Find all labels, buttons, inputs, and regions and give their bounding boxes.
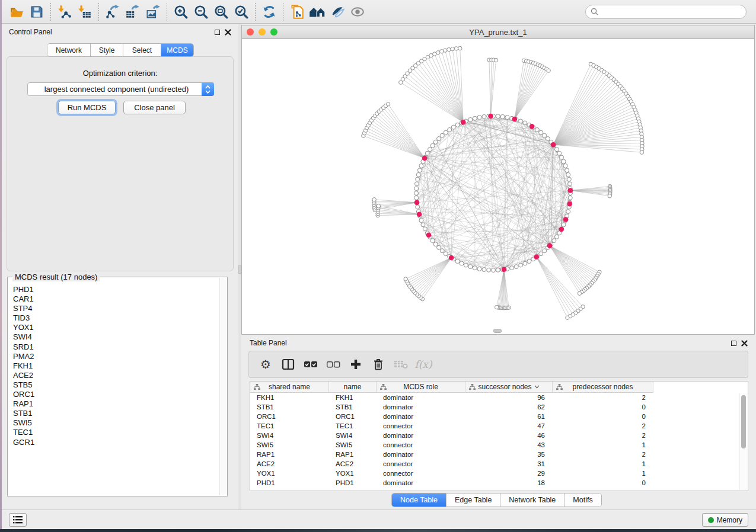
run-mcds-button[interactable]: Run MCDS <box>58 101 116 114</box>
mcds-list-scrollbar[interactable] <box>219 278 227 495</box>
show-graphics-details-button[interactable] <box>347 2 368 22</box>
network-view-window: YPA_prune.txt_1 <box>241 25 755 335</box>
hide-graphics-icon <box>330 4 345 20</box>
mcds-result-item[interactable]: PHD1 <box>13 285 219 294</box>
table-cell: 47 <box>465 422 553 430</box>
table-cell: 0 <box>553 403 653 411</box>
table-toolbar: ⚙ <box>248 351 748 378</box>
mcds-result-item[interactable]: TID3 <box>13 313 219 323</box>
select-all-button[interactable] <box>301 354 320 374</box>
column-header-shared-name[interactable]: shared name <box>250 382 329 393</box>
tab-motifs[interactable]: Motifs <box>564 493 601 507</box>
mcds-result-item[interactable]: ACE2 <box>13 371 219 380</box>
table-row[interactable]: TEC1TEC1connector472 <box>250 421 739 431</box>
open-folder-icon <box>9 4 24 20</box>
column-header-name[interactable]: name <box>329 382 377 393</box>
network-canvas[interactable] <box>242 39 754 334</box>
table-row[interactable]: YOX1YOX1connector291 <box>250 469 739 478</box>
houses-icon <box>308 4 326 20</box>
table-settings-button[interactable]: ⚙ <box>256 354 275 374</box>
mcds-result-item[interactable]: FKH1 <box>13 361 219 371</box>
zoom-selected-button[interactable] <box>231 2 251 22</box>
tab-network-table[interactable]: Network Table <box>500 493 564 507</box>
table-row[interactable]: SWI5SWI5connector431 <box>250 440 739 450</box>
split-panel-button[interactable] <box>279 354 298 374</box>
search-box[interactable] <box>585 5 747 19</box>
apply-layout-button[interactable] <box>259 2 279 22</box>
zoom-out-button[interactable] <box>191 2 211 22</box>
network-hscroll-thumb[interactable] <box>493 329 502 333</box>
table-scrollbar-thumb[interactable] <box>741 395 746 448</box>
eye-icon <box>350 4 365 20</box>
close-panel-button[interactable]: Close panel <box>123 101 186 114</box>
hide-graphics-details-button[interactable] <box>327 2 347 22</box>
table-panel-title: Table Panel <box>250 339 287 347</box>
mcds-result-item[interactable]: GCR1 <box>13 438 219 447</box>
mcds-result-item[interactable]: SWI5 <box>13 418 219 428</box>
mcds-result-item[interactable]: STB1 <box>13 409 219 418</box>
table-row[interactable]: SWI4SWI4dominator462 <box>250 431 739 440</box>
table-cell: dominator <box>377 413 465 420</box>
mcds-result-item[interactable]: SRD1 <box>13 342 219 352</box>
column-header-MCDS-role[interactable]: MCDS role <box>377 382 465 393</box>
table-cell: STB1 <box>329 403 377 411</box>
table-cell: dominator <box>377 403 465 411</box>
zoom-in-button[interactable] <box>171 2 191 22</box>
mcds-result-item[interactable]: SWI4 <box>13 332 219 342</box>
network-graph[interactable] <box>242 39 754 334</box>
table-cell: 29 <box>465 470 553 477</box>
memory-button[interactable]: Memory <box>702 513 748 527</box>
mcds-result-list[interactable]: PHD1CAR1STP4TID3YOX1SWI4SRD1PMA2FKH1ACE2… <box>8 283 219 495</box>
import-table-button[interactable] <box>75 2 95 22</box>
table-scrollbar[interactable] <box>739 393 747 490</box>
table-row[interactable]: STB1STB1dominator620 <box>250 402 739 412</box>
tab-select[interactable]: Select <box>123 44 161 56</box>
mcds-result-item[interactable]: ORC1 <box>13 390 219 399</box>
table-row[interactable]: RAP1RAP1dominator352 <box>250 450 739 459</box>
import-network-button[interactable] <box>55 2 75 22</box>
search-input[interactable] <box>598 8 741 16</box>
new-network-from-selection-button[interactable] <box>287 2 307 22</box>
export-network-button[interactable] <box>103 2 123 22</box>
tab-node-table[interactable]: Node Table <box>392 493 446 507</box>
mcds-result-item[interactable]: YOX1 <box>13 323 219 332</box>
mcds-result-item[interactable]: TEC1 <box>13 428 219 437</box>
float-panel-icon[interactable] <box>731 341 736 346</box>
open-file-button[interactable] <box>7 2 27 22</box>
table-row[interactable]: ACE2ACE2connector311 <box>250 459 739 469</box>
table-row[interactable]: ORC1ORC1dominator610 <box>250 412 739 421</box>
mcds-result-item[interactable]: CAR1 <box>13 294 219 304</box>
table-cell: SWI5 <box>250 441 329 448</box>
table-cell: YOX1 <box>250 470 329 477</box>
table-row[interactable]: PHD1PHD1dominator180 <box>250 478 739 488</box>
mcds-result-item[interactable]: PMA2 <box>13 352 219 361</box>
save-session-button[interactable] <box>27 2 47 22</box>
main-toolbar <box>2 0 756 24</box>
table-row[interactable]: FKH1FKH1dominator962 <box>250 393 739 402</box>
tab-network[interactable]: Network <box>47 44 91 56</box>
export-table-button[interactable] <box>123 2 143 22</box>
close-panel-icon[interactable] <box>225 29 231 36</box>
export-image-button[interactable] <box>143 2 163 22</box>
tab-edge-table[interactable]: Edge Table <box>446 493 500 507</box>
column-header-successor-nodes[interactable]: successor nodes <box>465 382 553 393</box>
criterion-select[interactable]: largest connected component (undirected) <box>27 82 214 96</box>
zoom-fit-button[interactable] <box>211 2 231 22</box>
tab-style[interactable]: Style <box>91 44 123 56</box>
close-panel-icon[interactable] <box>741 340 748 347</box>
table-panel-tabs: Node TableEdge TableNetwork TableMotifs <box>391 493 602 507</box>
float-panel-icon[interactable] <box>215 30 220 35</box>
delete-column-button[interactable] <box>369 354 388 374</box>
network-window-titlebar[interactable]: YPA_prune.txt_1 <box>242 25 754 39</box>
mcds-result-item[interactable]: STB5 <box>13 380 219 390</box>
column-header-predecessor-nodes[interactable]: predecessor nodes <box>553 382 653 393</box>
table-cell: 46 <box>465 432 553 439</box>
tab-mcds[interactable]: MCDS <box>161 44 193 56</box>
mcds-result-item[interactable]: RAP1 <box>13 399 219 409</box>
deselect-all-button[interactable] <box>324 354 343 374</box>
task-history-button[interactable] <box>9 513 27 527</box>
show-all-networks-button[interactable] <box>307 2 327 22</box>
mcds-result-item[interactable]: STP4 <box>13 304 219 313</box>
table-cell: PHD1 <box>250 479 329 486</box>
add-column-button[interactable] <box>346 354 365 374</box>
